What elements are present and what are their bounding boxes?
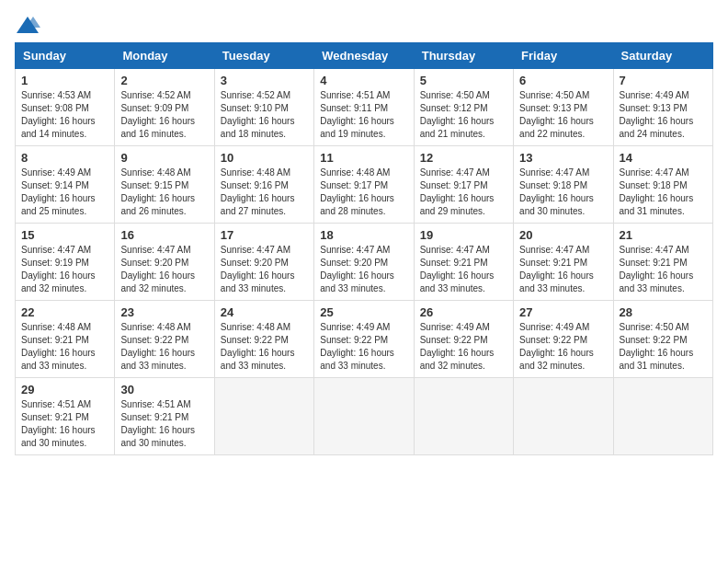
day-info: Sunrise: 4:48 AM Sunset: 9:21 PM Dayligh…	[21, 321, 108, 373]
day-info: Sunrise: 4:47 AM Sunset: 9:17 PM Dayligh…	[420, 167, 507, 218]
calendar-cell: 24 Sunrise: 4:48 AM Sunset: 9:22 PM Dayl…	[214, 301, 313, 378]
day-info: Sunrise: 4:50 AM Sunset: 9:13 PM Dayligh…	[519, 89, 607, 141]
sunrise-label: Sunrise: 4:47 AM	[320, 245, 390, 255]
calendar-cell: 1 Sunrise: 4:53 AM Sunset: 9:08 PM Dayli…	[16, 69, 115, 146]
sunrise-label: Sunrise: 4:48 AM	[120, 167, 190, 178]
calendar-cell: 3 Sunrise: 4:52 AM Sunset: 9:10 PM Dayli…	[214, 69, 313, 146]
sunrise-label: Sunrise: 4:48 AM	[120, 322, 190, 332]
page-header	[15, 15, 713, 35]
sunset-label: Sunset: 9:19 PM	[21, 258, 89, 268]
day-number: 18	[320, 228, 407, 242]
daylight-label: Daylight: 16 hours	[620, 193, 694, 203]
daylight-label: Daylight: 16 hours	[620, 270, 694, 281]
day-info: Sunrise: 4:47 AM Sunset: 9:21 PM Dayligh…	[420, 244, 507, 295]
day-number: 6	[519, 74, 607, 87]
daylight-detail: and 33 minutes.	[519, 283, 585, 293]
calendar-cell: 7 Sunrise: 4:49 AM Sunset: 9:13 PM Dayli…	[613, 69, 712, 146]
daylight-label: Daylight: 16 hours	[420, 270, 495, 281]
calendar-table: SundayMondayTuesdayWednesdayThursdayFrid…	[15, 42, 713, 455]
calendar-header-saturday: Saturday	[613, 43, 712, 69]
day-info: Sunrise: 4:52 AM Sunset: 9:09 PM Dayligh…	[120, 89, 208, 141]
day-info: Sunrise: 4:48 AM Sunset: 9:16 PM Dayligh…	[221, 167, 308, 218]
calendar-cell: 21 Sunrise: 4:47 AM Sunset: 9:21 PM Dayl…	[613, 224, 712, 301]
day-number: 13	[519, 151, 607, 165]
daylight-detail: and 18 minutes.	[221, 129, 286, 139]
sunrise-label: Sunrise: 4:47 AM	[420, 245, 490, 255]
day-number: 12	[420, 151, 507, 165]
day-number: 14	[620, 151, 707, 165]
daylight-detail: and 24 minutes.	[620, 129, 685, 139]
calendar-header-tuesday: Tuesday	[214, 43, 313, 69]
day-info: Sunrise: 4:49 AM Sunset: 9:22 PM Dayligh…	[320, 321, 407, 373]
sunrise-label: Sunrise: 4:49 AM	[21, 167, 91, 178]
sunrise-label: Sunrise: 4:47 AM	[120, 245, 190, 255]
calendar-cell: 13 Sunrise: 4:47 AM Sunset: 9:18 PM Dayl…	[514, 146, 613, 224]
calendar-cell: 12 Sunrise: 4:47 AM Sunset: 9:17 PM Dayl…	[414, 146, 513, 224]
daylight-label: Daylight: 16 hours	[120, 425, 195, 435]
sunset-label: Sunset: 9:20 PM	[320, 258, 388, 268]
calendar-cell: 4 Sunrise: 4:51 AM Sunset: 9:11 PM Dayli…	[314, 69, 414, 146]
sunset-label: Sunset: 9:17 PM	[320, 180, 388, 190]
calendar-week-row: 22 Sunrise: 4:48 AM Sunset: 9:21 PM Dayl…	[16, 301, 713, 378]
calendar-cell: 10 Sunrise: 4:48 AM Sunset: 9:16 PM Dayl…	[214, 146, 313, 224]
daylight-detail: and 28 minutes.	[320, 206, 385, 216]
daylight-label: Daylight: 16 hours	[221, 193, 295, 203]
daylight-label: Daylight: 16 hours	[221, 116, 295, 126]
calendar-cell: 2 Sunrise: 4:52 AM Sunset: 9:09 PM Dayli…	[115, 69, 214, 146]
calendar-week-row: 1 Sunrise: 4:53 AM Sunset: 9:08 PM Dayli…	[16, 69, 713, 146]
daylight-label: Daylight: 16 hours	[519, 348, 594, 358]
day-info: Sunrise: 4:47 AM Sunset: 9:20 PM Dayligh…	[221, 244, 308, 295]
day-info: Sunrise: 4:47 AM Sunset: 9:20 PM Dayligh…	[120, 244, 208, 295]
day-number: 23	[120, 305, 208, 319]
day-number: 30	[120, 383, 208, 396]
sunrise-label: Sunrise: 4:49 AM	[420, 322, 490, 332]
day-info: Sunrise: 4:47 AM Sunset: 9:18 PM Dayligh…	[620, 167, 707, 218]
daylight-detail: and 30 minutes.	[21, 438, 86, 448]
daylight-detail: and 16 minutes.	[120, 129, 186, 139]
day-number: 25	[320, 305, 407, 319]
day-number: 1	[21, 74, 108, 87]
calendar-cell: 19 Sunrise: 4:47 AM Sunset: 9:21 PM Dayl…	[414, 224, 513, 301]
calendar-cell: 5 Sunrise: 4:50 AM Sunset: 9:12 PM Dayli…	[414, 69, 513, 146]
sunset-label: Sunset: 9:18 PM	[519, 180, 587, 190]
sunset-label: Sunset: 9:11 PM	[320, 103, 388, 113]
day-number: 5	[420, 74, 507, 87]
sunset-label: Sunset: 9:22 PM	[519, 335, 587, 345]
calendar-cell: 18 Sunrise: 4:47 AM Sunset: 9:20 PM Dayl…	[314, 224, 414, 301]
sunset-label: Sunset: 9:22 PM	[420, 335, 488, 345]
calendar-body: 1 Sunrise: 4:53 AM Sunset: 9:08 PM Dayli…	[16, 69, 713, 455]
day-info: Sunrise: 4:51 AM Sunset: 9:21 PM Dayligh…	[120, 398, 208, 450]
calendar-cell: 16 Sunrise: 4:47 AM Sunset: 9:20 PM Dayl…	[115, 224, 214, 301]
daylight-detail: and 33 minutes.	[221, 283, 286, 293]
daylight-detail: and 32 minutes.	[519, 361, 585, 371]
sunrise-label: Sunrise: 4:47 AM	[620, 245, 689, 255]
daylight-label: Daylight: 16 hours	[519, 116, 594, 126]
daylight-label: Daylight: 16 hours	[21, 193, 96, 203]
daylight-label: Daylight: 16 hours	[120, 270, 195, 281]
calendar-cell: 30 Sunrise: 4:51 AM Sunset: 9:21 PM Dayl…	[115, 378, 214, 455]
sunrise-label: Sunrise: 4:47 AM	[620, 167, 689, 178]
sunrise-label: Sunrise: 4:47 AM	[21, 245, 91, 255]
sunrise-label: Sunrise: 4:47 AM	[221, 245, 290, 255]
daylight-detail: and 30 minutes.	[120, 438, 186, 448]
sunset-label: Sunset: 9:21 PM	[420, 258, 488, 268]
daylight-detail: and 32 minutes.	[420, 361, 485, 371]
logo	[15, 15, 44, 35]
calendar-cell	[514, 378, 613, 455]
day-number: 20	[519, 228, 607, 242]
calendar-cell	[613, 378, 712, 455]
calendar-cell: 6 Sunrise: 4:50 AM Sunset: 9:13 PM Dayli…	[514, 69, 613, 146]
sunrise-label: Sunrise: 4:49 AM	[320, 322, 390, 332]
day-number: 28	[620, 305, 707, 319]
day-info: Sunrise: 4:47 AM Sunset: 9:21 PM Dayligh…	[620, 244, 707, 295]
day-number: 29	[21, 383, 108, 396]
sunset-label: Sunset: 9:08 PM	[21, 103, 89, 113]
daylight-detail: and 33 minutes.	[320, 283, 385, 293]
daylight-label: Daylight: 16 hours	[221, 270, 295, 281]
calendar-cell	[214, 378, 313, 455]
daylight-label: Daylight: 16 hours	[320, 270, 394, 281]
day-info: Sunrise: 4:51 AM Sunset: 9:21 PM Dayligh…	[21, 398, 108, 450]
sunset-label: Sunset: 9:22 PM	[320, 335, 388, 345]
calendar-cell: 15 Sunrise: 4:47 AM Sunset: 9:19 PM Dayl…	[16, 224, 115, 301]
day-number: 7	[620, 74, 707, 87]
